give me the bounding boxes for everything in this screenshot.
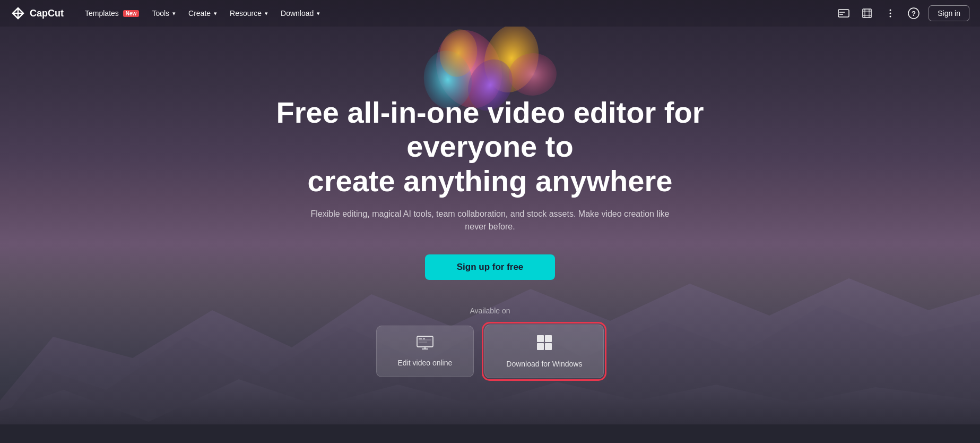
svg-rect-27 xyxy=(537,335,544,342)
available-on-label: Available on xyxy=(470,306,510,315)
nav-resource[interactable]: Resource xyxy=(224,6,273,21)
crop-icon[interactable] xyxy=(858,5,875,22)
svg-point-15 xyxy=(890,10,891,11)
edit-online-button[interactable]: Edit video online xyxy=(376,326,474,377)
download-windows-button[interactable]: Download for Windows xyxy=(484,325,604,378)
help-icon[interactable]: ? xyxy=(905,5,922,22)
edit-online-label: Edit video online xyxy=(398,359,453,367)
svg-rect-30 xyxy=(545,343,552,350)
svg-rect-28 xyxy=(545,335,552,342)
capcut-logo-icon xyxy=(11,6,25,21)
more-icon[interactable] xyxy=(882,5,899,22)
download-windows-label: Download for Windows xyxy=(506,360,582,368)
hero-subtitle: Flexible editing, magical AI tools, team… xyxy=(310,208,671,233)
nav-links: Templates New Tools Create Resource Down… xyxy=(80,6,835,21)
subtitles-icon[interactable] xyxy=(835,5,852,22)
monitor-icon xyxy=(417,336,433,353)
svg-point-17 xyxy=(890,16,891,18)
nav-tools[interactable]: Tools xyxy=(146,6,181,21)
hero-title: Free all-in-one video editor for everyon… xyxy=(251,96,729,198)
navbar: CapCut Templates New Tools Create Resour… xyxy=(0,0,980,27)
templates-new-badge: New xyxy=(123,10,140,17)
logo-text: CapCut xyxy=(30,8,64,19)
svg-text:?: ? xyxy=(912,10,916,18)
nav-templates[interactable]: Templates New xyxy=(80,6,144,21)
signup-button[interactable]: Sign up for free xyxy=(425,254,556,280)
svg-rect-26 xyxy=(423,338,425,339)
platform-buttons: Edit video online Download for Windows xyxy=(376,325,604,378)
logo[interactable]: CapCut xyxy=(11,6,64,21)
svg-rect-10 xyxy=(863,9,871,18)
svg-rect-29 xyxy=(537,343,544,350)
sign-in-button[interactable]: Sign in xyxy=(929,5,969,21)
nav-download[interactable]: Download xyxy=(275,6,325,21)
nav-right-section: ? Sign in xyxy=(835,5,969,22)
svg-rect-7 xyxy=(838,10,849,17)
svg-rect-0 xyxy=(0,424,980,443)
nav-create[interactable]: Create xyxy=(183,6,222,21)
svg-rect-25 xyxy=(419,338,422,339)
windows-icon xyxy=(536,335,552,354)
svg-point-16 xyxy=(890,13,891,14)
hero-content: Free all-in-one video editor for everyon… xyxy=(0,27,980,378)
